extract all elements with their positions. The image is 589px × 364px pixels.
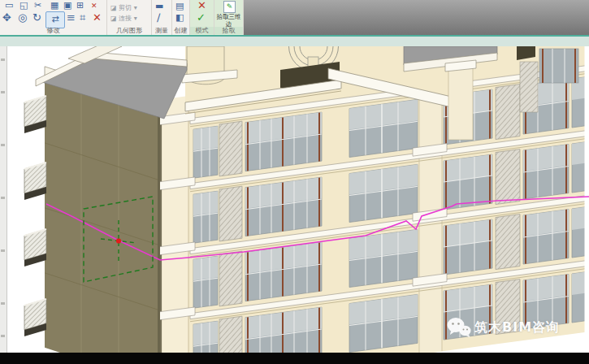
ribbon-toolbar: ▭ ◱ ✂ ▦ ▣ ⊞ ✕ ✥ ◎ ↻ ⇄ ≡ ⌗ ✕ 修改 ◪ 剪切 ▾ ◪ … (0, 0, 589, 37)
building-render (0, 46, 589, 353)
offset-icon[interactable]: ◎ (18, 12, 27, 24)
panel-modify: ▭ ◱ ✂ ▦ ▣ ⊞ ✕ ✥ ◎ ↻ ⇄ ≡ ⌗ ✕ 修改 (0, 0, 107, 35)
balconies (24, 96, 46, 336)
move-icon[interactable]: ✥ (2, 12, 11, 24)
pin-icon[interactable]: ⊞ (76, 1, 84, 11)
ribbon-empty-area (244, 0, 589, 35)
mirror-icon[interactable]: ▣ (63, 1, 71, 11)
array-icon[interactable]: ▦ (50, 1, 58, 11)
delete-icon[interactable]: ✕ (91, 1, 97, 11)
create-group-icon[interactable]: ▤ (175, 2, 184, 11)
panel-label-create: 创建 (172, 27, 189, 34)
model-3d-view[interactable] (0, 46, 589, 353)
rotate-icon[interactable]: ↻ (32, 12, 41, 24)
delete-button[interactable]: ✕ (93, 12, 102, 24)
panel-label-modify: 修改 (0, 27, 106, 34)
paste-icon[interactable]: ▭ (5, 1, 13, 11)
cut-profile-icon[interactable]: ✂ (34, 1, 41, 11)
control-point[interactable] (116, 238, 121, 243)
create-similar-icon[interactable]: ◧ (175, 13, 184, 23)
panel-geometry: ◪ 剪切 ▾ ◪ 连接 ▾ 几何图形 (107, 0, 152, 35)
panel-create: ▤ ◧ 创建 (172, 0, 190, 35)
revit-window: ▭ ◱ ✂ ▦ ▣ ⊞ ✕ ✥ ◎ ↻ ⇄ ≡ ⌗ ✕ 修改 ◪ 剪切 ▾ ◪ … (0, 0, 589, 364)
bottom-letterbox (0, 353, 589, 364)
align-button-active[interactable]: ⇄ (45, 11, 65, 28)
ruler-icon[interactable]: ▬ (155, 2, 163, 11)
cut-geometry-button[interactable]: ◪ 剪切 ▾ (110, 3, 137, 13)
join-geometry-button[interactable]: ◪ 连接 ▾ (110, 14, 137, 24)
pick-3d-edges-icon[interactable]: ✎ (223, 1, 236, 13)
measure-icon[interactable]: ∕ (157, 12, 160, 24)
watermark-text: 筑木BIM咨询 (474, 319, 560, 336)
panel-label-mode: 模式 (190, 27, 214, 34)
cancel-mode-button[interactable]: ✕ (197, 0, 206, 11)
panel-label-measure: 测量 (152, 27, 171, 34)
panel-label-geometry: 几何图形 (107, 27, 151, 34)
pick-3d-edges-button[interactable]: 拾取三维 边 (214, 13, 243, 28)
trim-icon[interactable]: ≡ (67, 12, 76, 24)
panel-measure: ▬ ∕ 测量 (152, 0, 172, 35)
view-right-margin (585, 46, 589, 353)
watermark: 筑木BIM咨询 (447, 317, 560, 338)
panel-label-pick: 拾取 (214, 27, 243, 34)
copy-icon[interactable]: ◱ (19, 1, 28, 11)
wechat-icon (447, 317, 471, 338)
panel-pick: ✎ 拾取三维 边 拾取 (214, 0, 244, 35)
panel-mode: ✕ ✓ 模式 (190, 0, 214, 35)
left-panel-edge[interactable] (0, 46, 7, 353)
split-icon[interactable]: ⌗ (80, 12, 85, 24)
finish-mode-button[interactable]: ✓ (197, 12, 206, 24)
